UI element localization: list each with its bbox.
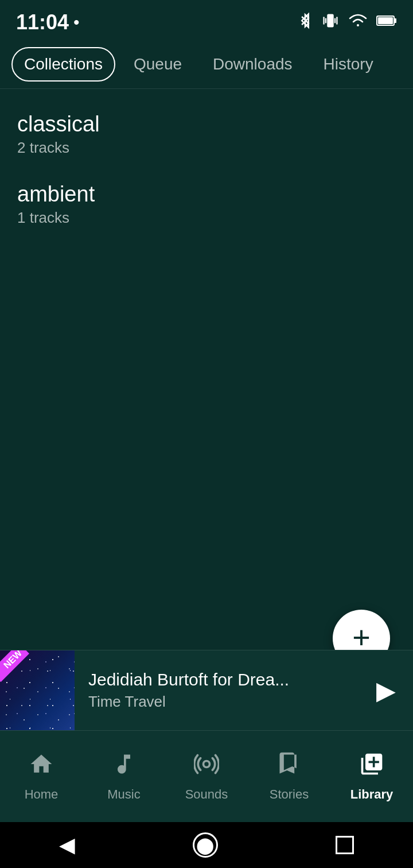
nav-music[interactable]: Music	[83, 751, 165, 802]
sounds-icon	[194, 751, 219, 782]
nav-library-label: Library	[350, 787, 393, 802]
battery-icon	[376, 13, 397, 33]
status-icons	[297, 10, 397, 35]
home-button[interactable]: ⬤	[193, 832, 218, 858]
bottom-nav: Home Music Sounds Stories	[0, 730, 413, 822]
status-dot: •	[73, 13, 80, 32]
status-bar: 11:04 •	[0, 0, 413, 40]
nav-stories[interactable]: Stories	[248, 751, 330, 802]
nav-sounds-label: Sounds	[185, 787, 228, 802]
now-playing-thumbnail: NEW	[0, 650, 75, 731]
collection-classical-title: classical	[17, 112, 396, 137]
now-playing-artist: Time Travel	[88, 693, 363, 711]
collections-content: classical 2 tracks ambient 1 tracks	[0, 89, 413, 227]
now-playing-info: Jedidiah Burtoft for Drea... Time Travel	[75, 670, 376, 711]
back-button[interactable]: ◀	[59, 833, 75, 857]
bluetooth-icon	[297, 10, 313, 35]
collection-ambient-tracks: 1 tracks	[17, 209, 396, 227]
plus-icon: +	[352, 622, 371, 653]
library-icon	[359, 751, 384, 782]
nav-music-label: Music	[107, 787, 140, 802]
svg-rect-7	[378, 17, 393, 24]
music-icon	[111, 751, 137, 782]
svg-rect-4	[334, 18, 336, 23]
wifi-icon	[348, 13, 368, 33]
collection-ambient[interactable]: ambient 1 tracks	[17, 182, 396, 227]
status-time: 11:04	[16, 10, 69, 34]
now-playing-title: Jedidiah Burtoft for Drea...	[88, 670, 363, 689]
system-nav: ◀ ⬤	[0, 822, 413, 868]
tab-collections[interactable]: Collections	[11, 47, 115, 82]
tab-queue[interactable]: Queue	[121, 47, 194, 82]
recent-button[interactable]	[336, 836, 354, 854]
tab-history[interactable]: History	[311, 47, 386, 82]
svg-rect-1	[323, 17, 324, 25]
nav-sounds[interactable]: Sounds	[165, 751, 248, 802]
stories-icon	[276, 751, 302, 782]
nav-home[interactable]: Home	[0, 751, 83, 802]
collection-ambient-title: ambient	[17, 182, 396, 207]
svg-point-8	[204, 761, 210, 767]
tab-bar: Collections Queue Downloads History	[0, 40, 413, 89]
svg-rect-2	[336, 17, 337, 25]
now-playing-bar[interactable]: NEW Jedidiah Burtoft for Drea... Time Tr…	[0, 650, 413, 730]
nav-stories-label: Stories	[270, 787, 309, 802]
home-icon	[29, 751, 54, 782]
play-icon: ▶	[376, 676, 396, 704]
collection-classical[interactable]: classical 2 tracks	[17, 112, 396, 157]
svg-rect-0	[327, 14, 333, 27]
nav-library[interactable]: Library	[330, 751, 413, 802]
nav-home-label: Home	[25, 787, 59, 802]
svg-rect-3	[325, 18, 326, 23]
svg-rect-6	[394, 18, 396, 23]
play-button[interactable]: ▶	[376, 676, 413, 705]
collection-classical-tracks: 2 tracks	[17, 139, 396, 157]
vibrate-icon	[321, 10, 340, 35]
tab-downloads[interactable]: Downloads	[200, 47, 305, 82]
